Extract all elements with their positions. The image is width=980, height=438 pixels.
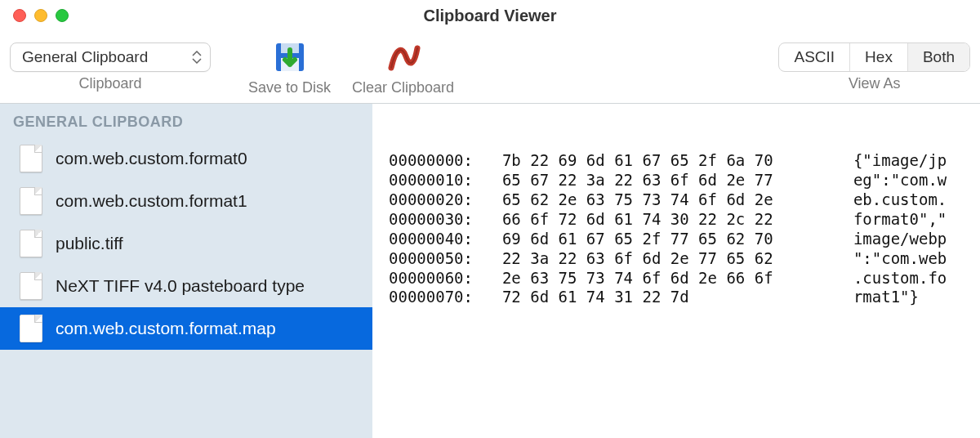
hex-ascii: image/webp xyxy=(835,230,964,249)
sidebar-item[interactable]: com.web.custom.format1 xyxy=(0,180,372,222)
hex-ascii: .custom.fo xyxy=(835,269,964,288)
hex-row: 00000020: 65 62 2e 63 75 73 74 6f 6d 2e … xyxy=(389,190,964,210)
hex-bytes: 7b 22 69 6d 61 67 65 2f 6a 70 xyxy=(483,151,835,171)
main-body: GENERAL CLIPBOARD com.web.custom.format0… xyxy=(0,103,980,438)
sidebar-item[interactable]: NeXT TIFF v4.0 pasteboard type xyxy=(0,265,372,307)
hex-offset: 00000040: xyxy=(389,230,483,249)
view-as-ascii[interactable]: ASCII xyxy=(779,43,850,71)
toolbar: General Clipboard Clipboard Save to Disk xyxy=(0,31,980,103)
sidebar-item[interactable]: public.tiff xyxy=(0,222,372,265)
sidebar-item-label: com.web.custom.format.map xyxy=(56,319,276,338)
hex-ascii: ":"com.web xyxy=(835,249,964,269)
hex-ascii: {"image/jp xyxy=(835,151,964,171)
sidebar-item-label: com.web.custom.format1 xyxy=(56,191,247,211)
hex-offset: 00000020: xyxy=(389,190,483,210)
hex-offset: 00000010: xyxy=(389,171,483,190)
view-as-segmented: ASCII Hex Both xyxy=(778,42,970,72)
view-as-both[interactable]: Both xyxy=(908,43,969,71)
view-as-hex[interactable]: Hex xyxy=(850,43,908,71)
hex-row: 00000050: 22 3a 22 63 6f 6d 2e 77 65 62 … xyxy=(389,249,964,269)
hex-offset: 00000030: xyxy=(389,210,483,230)
sidebar-header: GENERAL CLIPBOARD xyxy=(0,104,372,137)
hex-offset: 00000050: xyxy=(389,249,483,269)
clipboard-select-label: Clipboard xyxy=(78,75,141,92)
hex-bytes: 65 67 22 3a 22 63 6f 6d 2e 77 xyxy=(483,171,835,190)
file-icon xyxy=(20,187,42,215)
save-to-disk-icon[interactable] xyxy=(271,38,309,76)
hex-ascii: eg":"com.w xyxy=(835,171,964,190)
file-icon xyxy=(20,315,42,342)
sidebar-item-label: public.tiff xyxy=(56,234,123,253)
titlebar: Clipboard Viewer xyxy=(0,0,980,31)
hex-ascii: format0"," xyxy=(835,210,964,230)
save-to-disk-label: Save to Disk xyxy=(248,79,331,96)
hex-row: 00000070: 72 6d 61 74 31 22 7d rmat1"} xyxy=(389,288,964,307)
clear-clipboard-label: Clear Clipboard xyxy=(352,79,454,96)
file-icon xyxy=(20,230,42,257)
hex-offset: 00000070: xyxy=(389,288,483,307)
clipboard-select-value: General Clipboard xyxy=(22,48,148,66)
zoom-window-button[interactable] xyxy=(56,9,69,22)
sidebar-item[interactable]: com.web.custom.format0 xyxy=(0,137,372,180)
hex-bytes: 69 6d 61 67 65 2f 77 65 62 70 xyxy=(483,230,835,249)
chevron-updown-icon xyxy=(192,50,202,65)
minimize-window-button[interactable] xyxy=(34,9,47,22)
sidebar-item-label: com.web.custom.format0 xyxy=(56,149,247,168)
hex-row: 00000060: 2e 63 75 73 74 6f 6d 2e 66 6f … xyxy=(389,269,964,288)
sidebar-item[interactable]: com.web.custom.format.map xyxy=(0,307,372,350)
hex-row: 00000010: 65 67 22 3a 22 63 6f 6d 2e 77 … xyxy=(389,171,964,190)
hex-row: 00000040: 69 6d 61 67 65 2f 77 65 62 70 … xyxy=(389,230,964,249)
clipboard-select[interactable]: General Clipboard xyxy=(10,42,211,72)
traffic-lights xyxy=(0,9,69,22)
hex-bytes: 22 3a 22 63 6f 6d 2e 77 65 62 xyxy=(483,249,835,269)
hex-bytes: 66 6f 72 6d 61 74 30 22 2c 22 xyxy=(483,210,835,230)
sidebar: GENERAL CLIPBOARD com.web.custom.format0… xyxy=(0,104,372,438)
window-title: Clipboard Viewer xyxy=(0,7,980,25)
hex-bytes: 72 6d 61 74 31 22 7d xyxy=(483,288,835,307)
hex-ascii: eb.custom. xyxy=(835,190,964,210)
hex-offset: 00000060: xyxy=(389,269,483,288)
hex-view: 00000000: 7b 22 69 6d 61 67 65 2f 6a 70 … xyxy=(372,104,980,438)
hex-offset: 00000000: xyxy=(389,151,483,171)
file-icon xyxy=(20,272,42,300)
close-window-button[interactable] xyxy=(13,9,26,22)
hex-row: 00000000: 7b 22 69 6d 61 67 65 2f 6a 70 … xyxy=(389,151,964,171)
clear-clipboard-icon[interactable] xyxy=(385,38,422,76)
hex-bytes: 65 62 2e 63 75 73 74 6f 6d 2e xyxy=(483,190,835,210)
sidebar-item-label: NeXT TIFF v4.0 pasteboard type xyxy=(56,276,305,296)
hex-bytes: 2e 63 75 73 74 6f 6d 2e 66 6f xyxy=(483,269,835,288)
hex-ascii: rmat1"} xyxy=(835,288,964,307)
hex-row: 00000030: 66 6f 72 6d 61 74 30 22 2c 22 … xyxy=(389,210,964,230)
view-as-label: View As xyxy=(849,75,901,92)
file-icon xyxy=(20,145,42,172)
